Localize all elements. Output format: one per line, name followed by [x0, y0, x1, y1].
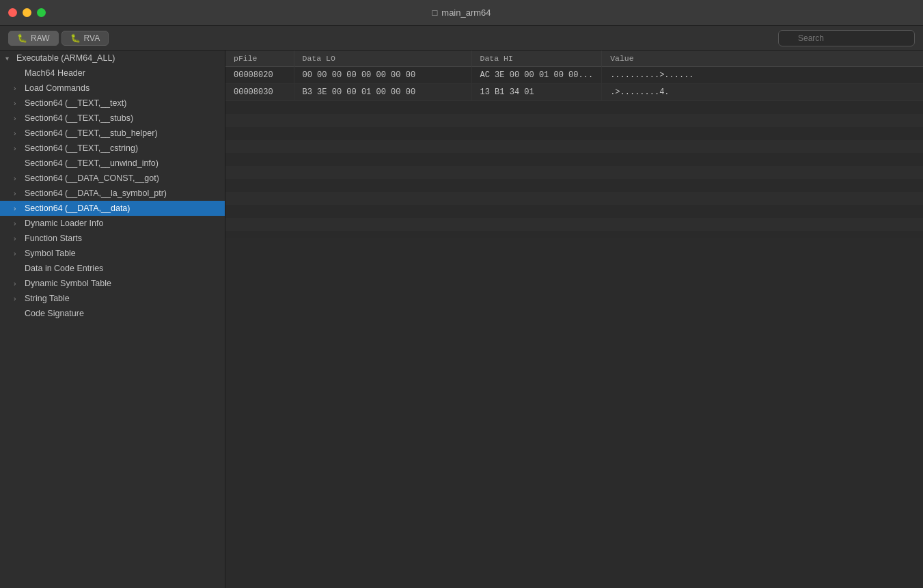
sidebar-item-label: Section64 (__TEXT,__text) [25, 98, 126, 108]
data-table: pFile Data LO Data HI Value 0000802000 0… [225, 51, 923, 101]
sidebar-item-mach64-header[interactable]: Mach64 Header [0, 66, 225, 81]
col-header-pfile: pFile [225, 51, 294, 67]
sidebar-item-label: Dynamic Loader Info [25, 219, 103, 228]
main-layout: ▾Executable (ARM64_ALL)Mach64 Header›Loa… [0, 51, 923, 588]
col-header-value: Value [602, 51, 923, 67]
close-button[interactable] [8, 8, 17, 17]
sidebar-item-section64-data-const-got[interactable]: ›Section64 (__DATA_CONST,__got) [0, 171, 225, 186]
chevron-icon: › [14, 235, 22, 242]
window-title-icon: □ [432, 8, 437, 18]
sidebar-item-section64-text-stub-helper[interactable]: ›Section64 (__TEXT,__stub_helper) [0, 126, 225, 141]
cell-value: ..........>...... [602, 67, 923, 84]
chevron-icon: › [14, 100, 22, 107]
raw-tab-icon: 🐛 [17, 33, 27, 43]
sidebar-item-function-starts[interactable]: ›Function Starts [0, 231, 225, 246]
sidebar: ▾Executable (ARM64_ALL)Mach64 Header›Loa… [0, 51, 225, 588]
sidebar-item-string-table[interactable]: ›String Table [0, 291, 225, 306]
chevron-icon: ▾ [5, 55, 14, 62]
sidebar-item-label: Mach64 Header [25, 68, 85, 78]
titlebar: □ main_arm64 [0, 0, 923, 26]
sidebar-item-label: Section64 (__TEXT,__stubs) [25, 113, 133, 123]
table-header: pFile Data LO Data HI Value [225, 51, 923, 67]
chevron-icon: › [14, 280, 22, 288]
cell-value: .>........4. [602, 84, 923, 101]
chevron-icon: › [14, 295, 22, 303]
rva-tab-label: RVA [84, 33, 100, 43]
content-panel: pFile Data LO Data HI Value 0000802000 0… [225, 51, 923, 588]
chevron-icon: › [14, 250, 22, 257]
col-header-datahi: Data HI [471, 51, 602, 67]
sidebar-item-label: Section64 (__DATA,__data) [25, 204, 130, 213]
cell-pfile: 00008020 [225, 67, 294, 84]
sidebar-item-label: Code Signature [25, 309, 84, 318]
sidebar-item-section64-text-text[interactable]: ›Section64 (__TEXT,__text) [0, 96, 225, 111]
chevron-icon: › [14, 115, 22, 122]
sidebar-item-section64-data-la-symbol-ptr[interactable]: ›Section64 (__DATA,__la_symbol_ptr) [0, 186, 225, 201]
maximize-button[interactable] [37, 8, 46, 17]
toolbar: 🐛 RAW 🐛 RVA ⌕ [0, 26, 923, 51]
chevron-icon: › [14, 205, 22, 212]
sidebar-item-section64-text-unwind-info[interactable]: Section64 (__TEXT,__unwind_info) [0, 156, 225, 171]
sidebar-item-label: Section64 (__DATA_CONST,__got) [25, 173, 159, 183]
table-row[interactable]: 0000802000 00 00 00 00 00 00 00AC 3E 00 … [225, 67, 923, 84]
sidebar-item-label: Section64 (__DATA,__la_symbol_ptr) [25, 188, 167, 198]
sidebar-item-symbol-table[interactable]: ›Symbol Table [0, 246, 225, 261]
rva-tab-icon: 🐛 [70, 33, 81, 43]
sidebar-item-dynamic-symbol-table[interactable]: ›Dynamic Symbol Table [0, 276, 225, 291]
sidebar-item-dynamic-loader-info[interactable]: ›Dynamic Loader Info [0, 216, 225, 231]
chevron-icon: › [14, 175, 22, 182]
window-controls [8, 8, 46, 17]
sidebar-item-label: Section64 (__TEXT,__stub_helper) [25, 128, 158, 138]
chevron-icon: › [14, 190, 22, 197]
window-title-text: main_arm64 [441, 8, 491, 18]
sidebar-item-section64-text-cstring[interactable]: ›Section64 (__TEXT,__cstring) [0, 141, 225, 156]
sidebar-item-label: Dynamic Symbol Table [25, 279, 111, 288]
sidebar-item-label: Section64 (__TEXT,__unwind_info) [25, 158, 159, 168]
cell-data-lo: 00 00 00 00 00 00 00 00 [294, 67, 471, 84]
sidebar-item-label: Data in Code Entries [25, 264, 103, 273]
toolbar-tabs: 🐛 RAW 🐛 RVA [8, 31, 109, 46]
cell-data-lo: B3 3E 00 00 01 00 00 00 [294, 84, 471, 101]
search-input[interactable] [778, 30, 915, 46]
sidebar-item-label: Load Commands [25, 83, 89, 93]
sidebar-item-label: Function Starts [25, 234, 82, 243]
cell-data-hi: 13 B1 34 01 [471, 84, 602, 101]
table-row[interactable]: 00008030B3 3E 00 00 01 00 00 0013 B1 34 … [225, 84, 923, 101]
col-header-datalo: Data LO [294, 51, 471, 67]
sidebar-item-section64-data-data[interactable]: ›Section64 (__DATA,__data) [0, 201, 225, 216]
table-body: 0000802000 00 00 00 00 00 00 00AC 3E 00 … [225, 67, 923, 101]
raw-tab[interactable]: 🐛 RAW [8, 31, 59, 46]
sidebar-item-label: Symbol Table [25, 249, 76, 258]
window-title: □ main_arm64 [432, 8, 491, 18]
sidebar-item-code-signature[interactable]: Code Signature [0, 306, 225, 321]
sidebar-item-executable[interactable]: ▾Executable (ARM64_ALL) [0, 51, 225, 66]
minimize-button[interactable] [23, 8, 31, 17]
sidebar-item-label: String Table [25, 294, 70, 303]
sidebar-item-load-commands[interactable]: ›Load Commands [0, 81, 225, 96]
chevron-icon: › [14, 130, 22, 137]
rva-tab[interactable]: 🐛 RVA [61, 31, 109, 46]
chevron-icon: › [14, 145, 22, 152]
chevron-icon: › [14, 220, 22, 227]
cell-pfile: 00008030 [225, 84, 294, 101]
chevron-icon: › [14, 85, 22, 92]
raw-tab-label: RAW [31, 33, 50, 43]
sidebar-item-section64-text-stubs[interactable]: ›Section64 (__TEXT,__stubs) [0, 111, 225, 126]
search-wrapper: ⌕ [778, 30, 915, 46]
sidebar-item-label: Executable (ARM64_ALL) [16, 53, 115, 63]
sidebar-item-data-in-code-entries[interactable]: Data in Code Entries [0, 261, 225, 276]
empty-content-area [225, 101, 923, 238]
sidebar-item-label: Section64 (__TEXT,__cstring) [25, 143, 138, 153]
cell-data-hi: AC 3E 00 00 01 00 00... [471, 67, 602, 84]
